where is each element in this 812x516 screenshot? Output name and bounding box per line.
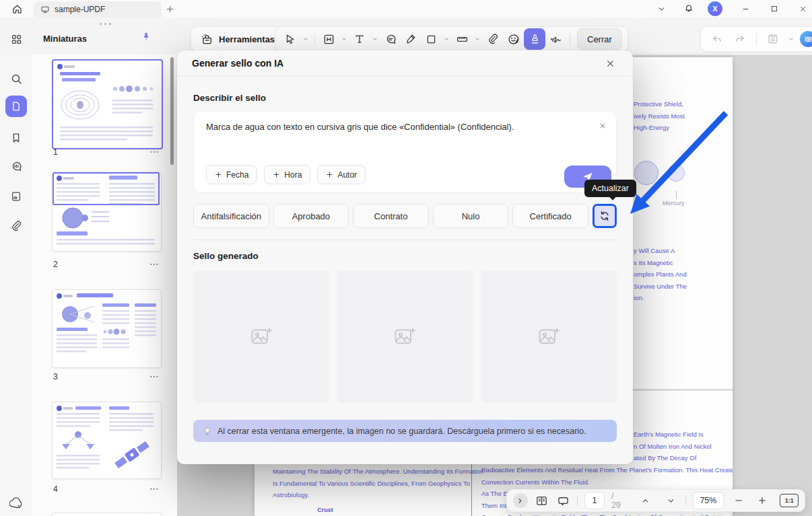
close-window-button[interactable] <box>794 2 811 15</box>
page-thumbnail-5[interactable] <box>52 513 162 516</box>
zoom-level-display[interactable]: 75% <box>693 492 724 509</box>
doc-fragment: Protective Shield, ively Resists Most Hi… <box>634 98 685 134</box>
next-page-chevron-icon[interactable] <box>665 495 676 506</box>
page-number: 2 <box>53 260 58 269</box>
highlighter-tool-button[interactable] <box>401 29 420 49</box>
generated-stamp-placeholder[interactable] <box>337 270 473 403</box>
thumbnails-panel-icon[interactable] <box>5 96 27 117</box>
chip-label: Hora <box>284 170 302 180</box>
tag-antifalsificacion[interactable]: Antifalsificación <box>193 204 269 228</box>
home-button[interactable] <box>8 1 26 17</box>
prompt-text: Marca de agua con texto en cursiva gris … <box>194 112 616 132</box>
notes-panel-icon[interactable] <box>5 186 27 207</box>
select-tool-chevron-icon[interactable] <box>301 29 310 49</box>
save-button[interactable] <box>764 29 782 49</box>
doc-line: ated By The Decay Of <box>634 452 712 464</box>
close-tools-button[interactable]: Cerrar <box>577 28 622 50</box>
attachment-tool-button[interactable] <box>483 29 502 49</box>
add-time-chip[interactable]: Hora <box>264 165 310 184</box>
tag-certificado[interactable]: Certificado <box>512 204 588 228</box>
generated-stamp-placeholder[interactable] <box>481 270 617 403</box>
shape-tool-chevron-icon[interactable] <box>442 29 451 49</box>
generated-stamp-placeholder[interactable] <box>193 270 329 403</box>
visible-area-indicator <box>53 172 160 205</box>
redo-button[interactable] <box>731 29 749 49</box>
stamp-sticker-icon[interactable] <box>5 492 27 514</box>
tab-title: sample-UPDF <box>55 5 105 14</box>
page-thumbnail-1[interactable] <box>52 59 163 149</box>
pin-icon[interactable] <box>139 30 154 44</box>
add-author-chip[interactable]: Autor <box>317 165 366 184</box>
titlebar: sample-UPDF X <box>0 0 812 17</box>
save-chevron-icon[interactable] <box>786 29 796 49</box>
app-grid-icon[interactable] <box>8 31 24 47</box>
previous-page-chevron-icon[interactable] <box>640 495 651 506</box>
annotation-toolbar: Cerrar <box>275 26 628 52</box>
dialog-body: Describir el sello Marca de agua con tex… <box>177 77 633 442</box>
dialog-close-icon[interactable] <box>602 55 618 71</box>
image-placeholder-icon <box>393 325 417 349</box>
toolbar-divider <box>314 33 315 45</box>
page-menu-icon[interactable]: ⋯ <box>149 146 160 157</box>
actualizar-tooltip: Actualizar <box>584 180 636 197</box>
text-tool-chevron-icon[interactable] <box>370 29 380 49</box>
annotation-bubble-icon[interactable] <box>556 493 571 508</box>
sticker-tool-button[interactable] <box>504 29 522 49</box>
panel-drag-handle[interactable] <box>100 23 113 26</box>
toolbar-divider <box>756 33 757 45</box>
notifications-bell-icon[interactable] <box>682 1 696 15</box>
describe-label: Describir el sello <box>193 93 617 103</box>
page-thumbnail-3[interactable] <box>52 289 162 368</box>
page-menu-icon[interactable]: ⋯ <box>149 483 160 494</box>
tag-contrato[interactable]: Contrato <box>353 204 429 228</box>
image-placeholder-icon <box>249 325 273 349</box>
reading-mode-icon[interactable] <box>535 493 549 508</box>
page-menu-icon[interactable]: ⋯ <box>149 371 160 381</box>
actual-size-button[interactable]: 1:1 <box>780 494 799 507</box>
signature-tool-button[interactable] <box>547 29 566 49</box>
add-date-chip[interactable]: Fecha <box>206 165 257 184</box>
undo-button[interactable] <box>708 29 726 49</box>
comments-panel-icon[interactable] <box>5 155 27 177</box>
page-menu-icon[interactable]: ⋯ <box>149 258 160 269</box>
generated-label: Sello generado <box>193 251 617 261</box>
zoom-in-button[interactable] <box>757 495 768 506</box>
expand-bar-button[interactable] <box>513 493 528 508</box>
document-tab[interactable]: sample-UPDF <box>34 1 162 17</box>
prompt-input[interactable]: Marca de agua con texto en cursiva gris … <box>193 111 617 193</box>
comment-tool-button[interactable] <box>381 29 400 49</box>
header-tool-chevron-icon[interactable] <box>339 29 349 49</box>
plus-icon <box>215 171 222 178</box>
doc-line: Maintaining The Stability Of The Atmosph… <box>273 466 483 478</box>
page-number-input[interactable]: 1 <box>584 492 605 509</box>
thumbnails-scrollbar[interactable] <box>170 57 174 165</box>
thumbnail-art <box>53 290 160 366</box>
measure-tool-button[interactable] <box>452 29 471 49</box>
tag-aprobado[interactable]: Aprobado <box>273 204 349 228</box>
user-avatar[interactable]: X <box>708 1 722 16</box>
tag-nulo[interactable]: Nulo <box>433 204 509 228</box>
titlebar-chevron-down-icon[interactable] <box>654 2 668 15</box>
ai-assistant-button[interactable] <box>800 31 812 47</box>
clear-prompt-icon[interactable] <box>597 120 608 131</box>
stamp-tool-button[interactable] <box>524 28 545 50</box>
new-tab-button[interactable] <box>164 3 176 15</box>
select-tool-button[interactable] <box>281 29 300 49</box>
attachments-panel-icon[interactable] <box>5 215 27 237</box>
maximize-button[interactable] <box>766 2 782 15</box>
measure-tool-chevron-icon[interactable] <box>473 29 482 49</box>
bookmarks-icon[interactable] <box>5 127 27 149</box>
header-tool-button[interactable] <box>319 29 338 49</box>
close-tools-label: Cerrar <box>587 34 612 44</box>
doc-line: y Will Cause A <box>634 245 687 257</box>
refresh-tags-button[interactable] <box>593 204 617 228</box>
tools-menu-button[interactable]: Herramientas <box>191 26 285 52</box>
page-thumbnail-2[interactable] <box>52 172 162 252</box>
shape-tool-button[interactable] <box>421 29 440 49</box>
minimize-button[interactable] <box>737 2 753 15</box>
search-icon[interactable] <box>5 68 27 89</box>
zoom-out-button[interactable] <box>733 495 744 506</box>
doc-paragraph: Maintaining The Stability Of The Atmosph… <box>273 466 483 501</box>
text-tool-button[interactable] <box>350 29 369 49</box>
page-thumbnail-4[interactable] <box>52 402 162 479</box>
